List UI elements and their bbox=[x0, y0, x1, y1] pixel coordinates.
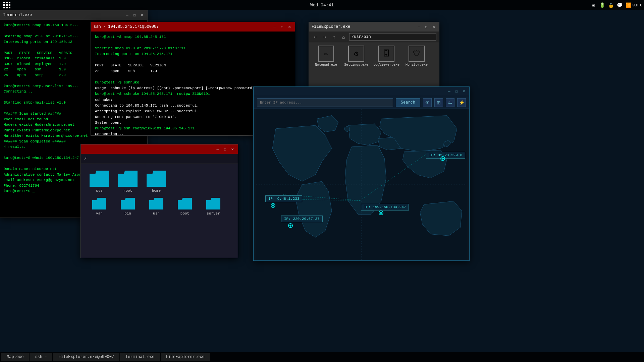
terminal-close-btn[interactable]: ✕ bbox=[139, 12, 145, 18]
terminal-minimize-btn[interactable]: ─ bbox=[124, 12, 130, 18]
fileexplorer-ssh-controls: ─ □ ✕ bbox=[215, 146, 235, 152]
folder-sys[interactable]: sys bbox=[88, 171, 111, 193]
taskbar-terminal-btn[interactable]: Terminal.exe bbox=[120, 353, 160, 361]
logviewer-label: LogViewer.exe bbox=[373, 63, 399, 67]
settings-icon-item[interactable]: ⚙ Settings.exe bbox=[344, 46, 368, 67]
screen-icon: ▣ bbox=[590, 2, 596, 8]
ssh-line: 22 open ssh 1.0 bbox=[95, 68, 291, 74]
folder-usr[interactable]: usr bbox=[145, 198, 168, 216]
terminal-title: Terminal.exe bbox=[3, 13, 32, 17]
map-close-btn[interactable]: ✕ bbox=[461, 89, 467, 94]
monitor-label: Monitor.exe bbox=[406, 63, 428, 67]
map-share-btn[interactable]: ⇆ bbox=[446, 98, 454, 107]
map-titlebar: ─ □ ✕ bbox=[254, 87, 469, 96]
datetime-display: Wed 04:41 bbox=[310, 3, 334, 8]
map-screen-btn[interactable]: ⊞ bbox=[434, 98, 443, 107]
lock-icon: 🔒 bbox=[608, 2, 614, 8]
fileexplorer-main-close-btn[interactable]: ✕ bbox=[431, 24, 436, 29]
settings-file-icon: ⚙ bbox=[348, 46, 364, 62]
taskbar-top: Wed 04:41 ▣ 🔋 🔒 💬 📶 kuro bbox=[0, 0, 644, 10]
ssh-maximize-btn[interactable]: □ bbox=[279, 24, 285, 29]
map-window: ─ □ ✕ Search 👁 ⊞ ⇆ ⚡ bbox=[253, 86, 470, 261]
folder-var[interactable]: var bbox=[88, 198, 111, 216]
desktop: Wed 04:41 ▣ 🔋 🔒 💬 📶 kuro Terminal.exe ─ … bbox=[0, 0, 644, 362]
username-text: kuro bbox=[634, 2, 640, 8]
fileexplorer-ssh-toolbar: / bbox=[81, 154, 238, 164]
fileexplorer-ssh-minimize-btn[interactable]: ─ bbox=[215, 146, 220, 152]
folder-root[interactable]: root bbox=[116, 171, 140, 193]
map-ip-input[interactable] bbox=[257, 98, 393, 107]
ssh-line: kuro@test:~$ nmap 194.85.245.171 bbox=[95, 34, 291, 40]
taskbar-fileexp500007-btn[interactable]: FileExplorer.exe@500007 bbox=[53, 353, 119, 361]
folder-home[interactable]: home bbox=[145, 171, 168, 193]
map-controls: ─ □ ✕ bbox=[446, 89, 467, 94]
nav-back-btn[interactable]: ← bbox=[312, 33, 319, 41]
ssh-line: PORT STATE SERVICE VERSION bbox=[95, 63, 291, 68]
folder-usr-icon bbox=[149, 198, 163, 209]
wifi-icon: 📶 bbox=[625, 2, 631, 8]
logviewer-file-icon: 🗄 bbox=[378, 46, 394, 62]
system-tray: ▣ 🔋 🔒 💬 📶 kuro bbox=[590, 2, 644, 8]
battery-icon: 🔋 bbox=[599, 2, 605, 8]
fileexplorer-ssh-titlebar: ─ □ ✕ bbox=[81, 144, 238, 154]
ssh-controls: ─ □ ✕ bbox=[272, 24, 292, 29]
terminal-maximize-btn[interactable]: □ bbox=[132, 12, 137, 18]
address-bar-input[interactable] bbox=[349, 33, 436, 41]
folder-usr-label: usr bbox=[153, 212, 160, 216]
folder-var-icon bbox=[92, 198, 106, 209]
ssh-line: kuro@test:~$ sshnuke bbox=[95, 80, 291, 85]
fileexplorer-ssh-grid: sys root home bbox=[81, 164, 238, 196]
taskbar-map-btn[interactable]: Map.exe bbox=[1, 353, 29, 361]
notepad-file-icon: ✏ bbox=[318, 46, 334, 62]
fileexplorer-ssh-path: / bbox=[84, 157, 87, 161]
folder-server[interactable]: server bbox=[202, 198, 225, 216]
map-minimize-btn[interactable]: ─ bbox=[446, 89, 452, 94]
folder-bin-label: bin bbox=[124, 212, 131, 216]
map-node-2 bbox=[271, 203, 275, 208]
datetime-text: Wed 04:41 bbox=[310, 3, 334, 8]
ssh-titlebar: ssh - 194.85.245.171@500007 ─ □ ✕ bbox=[91, 22, 295, 32]
ssh-minimize-btn[interactable]: ─ bbox=[272, 24, 277, 29]
logviewer-icon-item[interactable]: 🗄 LogViewer.exe bbox=[375, 46, 398, 67]
taskbar-ssh-btn[interactable]: ssh - bbox=[30, 353, 52, 361]
folder-sys-label: sys bbox=[96, 189, 103, 193]
ssh-title: ssh - 194.85.245.171@500007 bbox=[94, 24, 159, 29]
fileexplorer-ssh-close-btn[interactable]: ✕ bbox=[230, 146, 235, 152]
chat-icon: 💬 bbox=[616, 2, 623, 8]
nav-forward-btn[interactable]: → bbox=[321, 33, 328, 41]
folder-bin[interactable]: bin bbox=[116, 198, 140, 216]
folder-boot-icon bbox=[178, 198, 192, 209]
taskbar-top-left bbox=[0, 2, 10, 8]
ssh-line bbox=[95, 74, 291, 80]
map-maximize-btn[interactable]: □ bbox=[454, 89, 459, 94]
fileexplorer-main-minimize-btn[interactable]: ─ bbox=[416, 24, 422, 29]
fileexplorer-ssh-grid-bottom: var bin usr boot server bbox=[81, 196, 238, 219]
folder-var-label: var bbox=[96, 212, 103, 216]
monitor-icon-item[interactable]: 🛡 Monitor.exe bbox=[405, 46, 428, 67]
fileexplorer-ssh-window: ─ □ ✕ / sys root home bbox=[80, 144, 238, 258]
ssh-close-btn[interactable]: ✕ bbox=[287, 24, 292, 29]
folder-boot[interactable]: boot bbox=[173, 198, 197, 216]
nav-home-btn[interactable]: ⌂ bbox=[340, 33, 347, 41]
map-content: IP: 32.23.229.6 IP: 9.48.1.233 IP: 220.2… bbox=[254, 109, 469, 260]
map-settings-btn[interactable]: ⚡ bbox=[457, 98, 466, 107]
fileexplorer-ssh-maximize-btn[interactable]: □ bbox=[222, 146, 228, 152]
map-node-4 bbox=[379, 210, 383, 215]
map-search-btn[interactable]: Search bbox=[396, 98, 420, 107]
fileexplorer-main-maximize-btn[interactable]: □ bbox=[424, 24, 429, 29]
folder-bin-icon bbox=[121, 198, 135, 209]
terminal-line: ###### Scan completed ###### bbox=[4, 139, 144, 144]
fileexplorer-main-toolbar: ← → ↑ ⌂ bbox=[309, 32, 439, 42]
map-toolbar: Search 👁 ⊞ ⇆ ⚡ bbox=[254, 96, 469, 109]
map-eye-btn[interactable]: 👁 bbox=[423, 98, 432, 107]
ssh-line bbox=[95, 57, 291, 63]
notepad-icon-item[interactable]: ✏ Notepad.exe bbox=[314, 46, 338, 67]
nav-up-btn[interactable]: ↑ bbox=[330, 33, 338, 41]
map-node-3 bbox=[288, 223, 293, 228]
fileexplorer-main-titlebar: FileExplorer.exe ─ □ ✕ bbox=[309, 22, 439, 32]
folder-home-label: home bbox=[152, 189, 161, 193]
apps-grid-icon[interactable] bbox=[3, 2, 10, 8]
settings-label: Settings.exe bbox=[344, 63, 368, 67]
taskbar-fileexp-btn[interactable]: FileExplorer.exe bbox=[161, 353, 210, 361]
world-map-svg bbox=[254, 109, 469, 260]
